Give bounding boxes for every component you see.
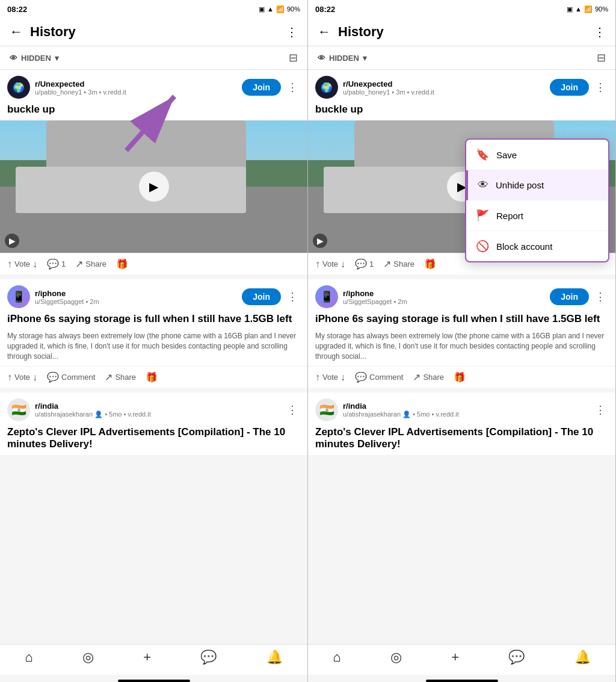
video-indicator-right: ▶ xyxy=(313,234,327,248)
upvote-icon-right[interactable]: ↑ xyxy=(315,259,320,270)
home-indicator-left xyxy=(118,680,190,682)
nav-explore-right[interactable]: ◎ xyxy=(390,649,402,665)
dropdown-chevron-left: ▾ xyxy=(55,54,59,63)
add-icon-left: + xyxy=(143,649,151,665)
post-title-india-left: Zepto's Clever IPL Advertisements [Compi… xyxy=(0,424,307,455)
subreddit-name-unexpected-left[interactable]: r/Unexpected xyxy=(35,79,126,88)
battery-label: 90% xyxy=(287,5,300,13)
share-action-left[interactable]: ↗ Share xyxy=(75,258,106,270)
downvote-icon-iphone-left[interactable]: ↓ xyxy=(32,372,37,383)
more-button-india-left[interactable]: ⋮ xyxy=(285,401,300,419)
post-header-india-left: 🇮🇳 r/india u/atishrajasekharan 👤 • 5mo •… xyxy=(0,392,307,424)
unhide-menu-item[interactable]: 👁 Unhide post xyxy=(466,170,608,200)
hidden-filter-right[interactable]: 👁 HIDDEN ▾ xyxy=(318,54,367,63)
nav-bell-left[interactable]: 🔔 xyxy=(266,649,283,665)
avatar-unexpected-left: 🌍 xyxy=(7,76,30,99)
flag-icon: 🚩 xyxy=(476,209,489,222)
comment-icon-right: 💬 xyxy=(355,258,367,270)
upvote-icon-iphone-left[interactable]: ↑ xyxy=(7,372,12,383)
post-card-iphone-left: 📱 r/iphone u/SiggetSpagget • 2m Join ⋮ i… xyxy=(0,279,307,388)
award-action-left[interactable]: 🎁 xyxy=(116,258,128,270)
share-icon-iphone-left: ↗ xyxy=(105,371,112,383)
play-button-left[interactable]: ▶ xyxy=(139,172,169,202)
more-options-left[interactable]: ⋮ xyxy=(286,25,298,39)
comment-action-left[interactable]: 💬 1 xyxy=(47,258,66,270)
award-icon-left: 🎁 xyxy=(116,258,128,270)
avatar-iphone-right: 📱 xyxy=(315,285,338,308)
post-title-unexpected-left: buckle up xyxy=(0,101,307,120)
avatar-india-left: 🇮🇳 xyxy=(7,398,30,421)
share-action-right[interactable]: ↗ Share xyxy=(383,258,414,270)
back-button-left[interactable]: ← xyxy=(10,24,23,40)
layout-toggle-left[interactable]: ⊟ xyxy=(289,51,298,64)
nav-add-right[interactable]: + xyxy=(451,649,459,665)
subreddit-name-unexpected-right[interactable]: r/Unexpected xyxy=(343,79,434,88)
join-button-iphone-right[interactable]: Join xyxy=(550,288,589,305)
more-options-right[interactable]: ⋮ xyxy=(594,25,606,39)
comment-action-right[interactable]: 💬 1 xyxy=(355,258,374,270)
post-image-unexpected-left[interactable]: ▶ ▶ xyxy=(0,120,307,253)
more-button-india-right[interactable]: ⋮ xyxy=(593,401,608,419)
downvote-icon-iphone-right[interactable]: ↓ xyxy=(340,372,345,383)
status-bar-left: 08:22 ▣ ▲ 📶 90% xyxy=(0,0,307,18)
block-account-menu-item[interactable]: 🚫 Block account xyxy=(466,231,608,261)
award-action-iphone-right[interactable]: 🎁 xyxy=(454,371,466,383)
nav-explore-left[interactable]: ◎ xyxy=(82,649,94,665)
scroll-content-left: 🌍 r/Unexpected u/pablo_honey1 • 3m • v.r… xyxy=(0,70,307,644)
share-action-iphone-right[interactable]: ↗ Share xyxy=(413,371,444,383)
comment-action-iphone-right[interactable]: 💬 Comment xyxy=(355,371,403,383)
nav-chat-left[interactable]: 💬 xyxy=(200,649,217,665)
nav-home-left[interactable]: ⌂ xyxy=(25,649,32,665)
nav-chat-right[interactable]: 💬 xyxy=(508,649,525,665)
post-actions-unexpected-left: Join ⋮ xyxy=(242,78,300,96)
filter-bar-left: 👁 HIDDEN ▾ ⊟ xyxy=(0,46,307,70)
nav-home-right[interactable]: ⌂ xyxy=(333,649,340,665)
post-body-iphone-right: My storage has always been extremely low… xyxy=(308,330,615,366)
layout-toggle-right[interactable]: ⊟ xyxy=(597,51,606,64)
hidden-filter-left[interactable]: 👁 HIDDEN ▾ xyxy=(10,54,59,63)
more-button-iphone-right[interactable]: ⋮ xyxy=(593,288,608,306)
join-button-iphone-left[interactable]: Join xyxy=(242,288,281,305)
vote-action-iphone-right[interactable]: ↑ Vote ↓ xyxy=(315,372,345,383)
explore-icon-left: ◎ xyxy=(82,649,94,665)
join-button-unexpected-left[interactable]: Join xyxy=(242,79,281,96)
vote-action-iphone-left[interactable]: ↑ Vote ↓ xyxy=(7,372,37,383)
subreddit-name-iphone-right[interactable]: r/iphone xyxy=(343,289,407,298)
post-header-iphone-left-group: 📱 r/iphone u/SiggetSpagget • 2m xyxy=(7,285,99,308)
more-button-unexpected-right[interactable]: ⋮ xyxy=(593,78,608,96)
nav-add-left[interactable]: + xyxy=(143,649,151,665)
subreddit-name-india-right[interactable]: r/india xyxy=(343,401,459,411)
save-menu-item[interactable]: 🔖 Save xyxy=(466,140,608,170)
nav-bell-right[interactable]: 🔔 xyxy=(574,649,591,665)
action-bar-iphone-right: ↑ Vote ↓ 💬 Comment ↗ Share 🎁 xyxy=(308,366,615,388)
downvote-icon-right[interactable]: ↓ xyxy=(340,259,345,270)
eye-icon: 👁 xyxy=(478,179,488,191)
post-meta-unexpected-right: r/Unexpected u/pablo_honey1 • 3m • v.red… xyxy=(343,79,434,96)
chat-icon-right: 💬 xyxy=(508,649,525,665)
award-action-right[interactable]: 🎁 xyxy=(424,258,436,270)
subreddit-name-iphone-left[interactable]: r/iphone xyxy=(35,289,99,298)
network-icon-right: 📶 xyxy=(584,5,593,13)
vote-action-left[interactable]: ↑ Vote ↓ xyxy=(7,259,37,270)
upvote-icon-left[interactable]: ↑ xyxy=(7,259,12,270)
downvote-icon-left[interactable]: ↓ xyxy=(32,259,37,270)
back-button-right[interactable]: ← xyxy=(318,24,331,40)
report-menu-item[interactable]: 🚩 Report xyxy=(466,200,608,231)
more-button-iphone-left[interactable]: ⋮ xyxy=(285,288,300,306)
vote-action-right[interactable]: ↑ Vote ↓ xyxy=(315,259,345,270)
comment-action-iphone-left[interactable]: 💬 Comment xyxy=(47,371,95,383)
status-bar-right: 08:22 ▣ ▲ 📶 90% xyxy=(308,0,615,18)
share-action-iphone-left[interactable]: ↗ Share xyxy=(105,371,136,383)
action-bar-iphone-left: ↑ Vote ↓ 💬 Comment ↗ Share 🎁 xyxy=(0,366,307,388)
post-meta-iphone-right: r/iphone u/SiggetSpagget • 2m xyxy=(343,289,407,305)
wifi-icon-right: ▲ xyxy=(575,5,582,13)
award-action-iphone-left[interactable]: 🎁 xyxy=(146,371,158,383)
post-card-india-left: 🇮🇳 r/india u/atishrajasekharan 👤 • 5mo •… xyxy=(0,392,307,455)
subreddit-name-india-left[interactable]: r/india xyxy=(35,401,151,411)
upvote-icon-iphone-right[interactable]: ↑ xyxy=(315,372,320,383)
more-button-unexpected-left[interactable]: ⋮ xyxy=(285,78,300,96)
bell-icon-right: 🔔 xyxy=(574,649,591,665)
add-icon-right: + xyxy=(451,649,459,665)
join-button-unexpected-right[interactable]: Join xyxy=(550,79,589,96)
post-header-iphone-right-group: 📱 r/iphone u/SiggetSpagget • 2m xyxy=(315,285,407,308)
